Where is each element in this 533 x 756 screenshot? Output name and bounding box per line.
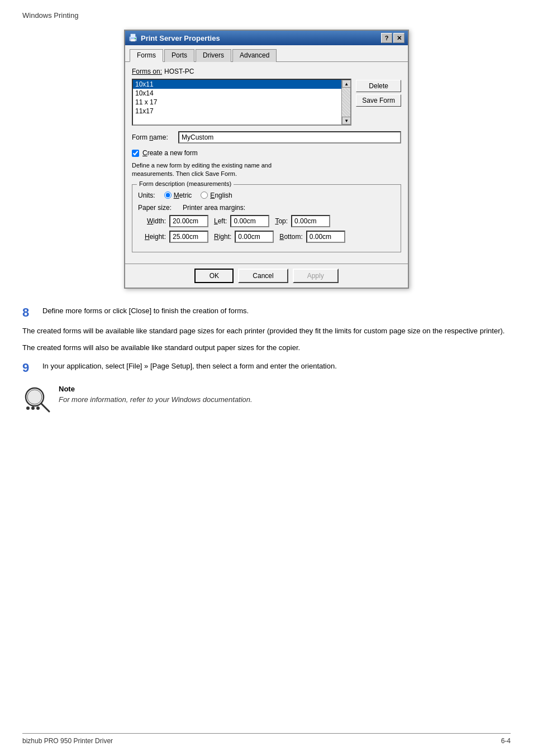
- page-footer: bizhub PRO 950 Printer Driver 6-4: [22, 733, 511, 745]
- scroll-up-arrow[interactable]: ▲: [342, 80, 351, 88]
- scroll-track: [342, 88, 350, 117]
- forms-on-value: HOST-PC: [164, 68, 194, 75]
- tab-advanced[interactable]: Advanced: [232, 49, 277, 62]
- metric-radio[interactable]: [164, 192, 172, 199]
- height-label: Height:: [138, 233, 166, 241]
- save-form-button[interactable]: Save Form: [356, 94, 401, 107]
- svg-point-5: [27, 390, 42, 404]
- metric-label: Metric: [174, 192, 192, 199]
- close-button[interactable]: ✕: [393, 33, 404, 43]
- cancel-button[interactable]: Cancel: [238, 269, 288, 283]
- paper-size-row: Paper size: Printer area margins:: [138, 204, 395, 212]
- checkbox-row: Create a new form: [132, 149, 401, 157]
- svg-point-3: [135, 38, 136, 39]
- print-server-dialog: Print Server Properties ? ✕ Forms Ports …: [124, 30, 409, 289]
- top-label: Top:: [275, 217, 288, 225]
- note-content: Note For more information, refer to your…: [59, 385, 511, 404]
- units-row: Units: Metric English: [138, 192, 395, 199]
- apply-button[interactable]: Apply: [293, 269, 339, 283]
- description-text: Define a new form by editing the existin…: [132, 161, 401, 179]
- dialog-title-text: Print Server Properties: [141, 34, 220, 42]
- width-input[interactable]: [169, 215, 208, 227]
- footer-right: 6-4: [501, 737, 511, 745]
- bottom-label: Bottom:: [279, 233, 302, 241]
- width-label: Width:: [138, 217, 166, 225]
- forms-on-label: Forms on:: [132, 68, 162, 75]
- dialog-body: Forms on: HOST-PC 10x11 10x14 11 x 17 11…: [125, 62, 408, 264]
- tab-forms[interactable]: Forms: [130, 49, 163, 62]
- body-text-2: The created forms will also be available…: [22, 342, 511, 353]
- height-input[interactable]: [169, 231, 208, 243]
- footer-left: bizhub PRO 950 Printer Driver: [22, 737, 113, 745]
- step-8-number: 8: [22, 305, 34, 320]
- metric-option: Metric: [164, 192, 192, 199]
- list-item[interactable]: 10x11: [133, 80, 341, 89]
- svg-point-7: [26, 406, 30, 410]
- dialog-footer: OK Cancel Apply: [125, 264, 408, 288]
- tab-ports[interactable]: Ports: [164, 49, 194, 62]
- group-box-legend: Form description (measurements): [137, 180, 234, 187]
- dialog-title-left: Print Server Properties: [129, 34, 220, 42]
- step-9-number: 9: [22, 361, 34, 375]
- english-radio[interactable]: [201, 192, 208, 199]
- forms-listbox-container: 10x11 10x14 11 x 17 11x17 ▲ ▼: [132, 79, 351, 126]
- step-9-text: In your application, select [File] » [Pa…: [42, 361, 511, 375]
- list-item[interactable]: 10x14: [133, 89, 341, 98]
- svg-point-9: [36, 406, 40, 410]
- forms-on-row: Forms on: HOST-PC: [132, 68, 401, 75]
- listbox-buttons: Delete Save Form: [356, 79, 401, 126]
- printer-area-label: Printer area margins:: [183, 204, 245, 212]
- note-text: For more information, refer to your Wind…: [59, 395, 511, 404]
- form-name-row: Form name:: [132, 131, 401, 143]
- tab-bar: Forms Ports Drivers Advanced: [125, 45, 408, 62]
- listbox-scrollbar[interactable]: ▲ ▼: [341, 80, 350, 125]
- body-text-1: The created forms will be available like…: [22, 326, 511, 337]
- right-label: Right:: [214, 233, 231, 241]
- dialog-titlebar: Print Server Properties ? ✕: [125, 31, 408, 45]
- right-input[interactable]: [235, 231, 274, 243]
- ok-button[interactable]: OK: [194, 269, 234, 283]
- paper-size-label: Paper size:: [138, 204, 172, 212]
- delete-button[interactable]: Delete: [356, 80, 401, 92]
- form-name-label: Form name:: [132, 133, 174, 141]
- form-description-group: Form description (measurements) Units: M…: [132, 184, 401, 252]
- width-row: Width: Left: Top:: [138, 215, 395, 227]
- svg-rect-1: [131, 34, 135, 37]
- step-8-row: 8 Define more forms or click [Close] to …: [22, 305, 511, 320]
- top-input[interactable]: [291, 215, 330, 227]
- left-label: Left:: [214, 217, 227, 225]
- step-8-text: Define more forms or click [Close] to fi…: [42, 305, 511, 320]
- bottom-input[interactable]: [306, 231, 345, 243]
- note-icon: [22, 385, 53, 415]
- tab-drivers[interactable]: Drivers: [196, 49, 231, 62]
- note-title: Note: [59, 385, 511, 393]
- height-row: Height: Right: Bottom:: [138, 231, 395, 243]
- units-label: Units:: [138, 192, 155, 199]
- english-label: English: [210, 192, 232, 199]
- form-name-input[interactable]: [178, 131, 401, 143]
- list-item[interactable]: 11x17: [133, 107, 341, 116]
- listbox-area: 10x11 10x14 11 x 17 11x17 ▲ ▼ Delete: [132, 79, 401, 126]
- create-new-form-checkbox[interactable]: [132, 150, 139, 157]
- create-new-form-label: Create a new form: [142, 149, 198, 157]
- left-input[interactable]: [230, 215, 269, 227]
- forms-listbox[interactable]: 10x11 10x14 11 x 17 11x17: [133, 80, 341, 125]
- printer-icon: [129, 34, 137, 42]
- step-8-container: 8 Define more forms or click [Close] to …: [22, 305, 511, 353]
- english-option: English: [201, 192, 232, 199]
- step-9-row: 9 In your application, select [File] » […: [22, 361, 511, 375]
- note-section: Note For more information, refer to your…: [22, 385, 511, 415]
- svg-point-8: [31, 406, 35, 410]
- svg-rect-2: [131, 39, 135, 41]
- help-button[interactable]: ?: [381, 33, 392, 43]
- dialog-title-buttons: ? ✕: [381, 33, 404, 43]
- step-9-container: 9 In your application, select [File] » […: [22, 361, 511, 375]
- scroll-down-arrow[interactable]: ▼: [342, 117, 351, 125]
- page-header: Windows Printing: [22, 11, 511, 20]
- list-item[interactable]: 11 x 17: [133, 98, 341, 107]
- svg-line-6: [41, 404, 49, 412]
